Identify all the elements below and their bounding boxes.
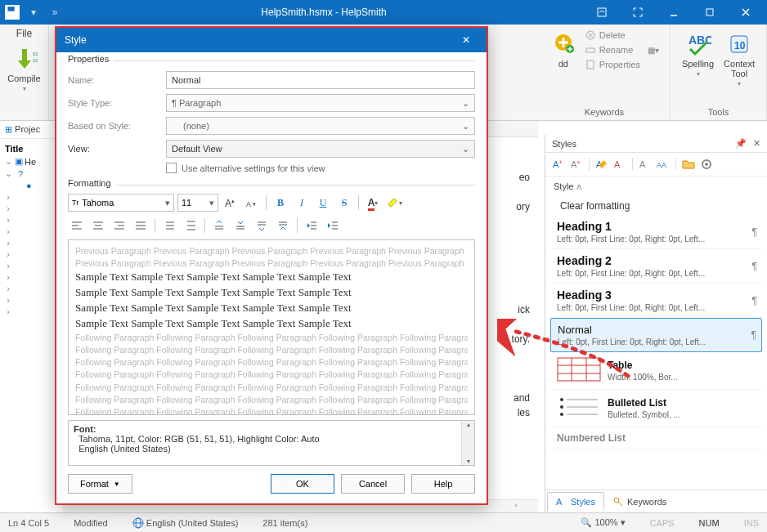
- tree-item[interactable]: ●: [0, 180, 61, 191]
- space-before-dec-icon[interactable]: [231, 217, 249, 235]
- style-item-heading3[interactable]: Heading 3 Left: 0pt, First Line: 0pt, Ri…: [550, 284, 762, 318]
- pin-icon[interactable]: 📌: [735, 138, 747, 149]
- new-style-icon[interactable]: A+: [550, 156, 567, 172]
- fullscreen-icon[interactable]: [620, 0, 656, 25]
- tree-item[interactable]: ›: [0, 283, 61, 294]
- space-after-dec-icon[interactable]: [274, 217, 292, 235]
- clear-formatting[interactable]: Clear formatting: [545, 197, 767, 215]
- style-item-bulleted[interactable]: Bulleted List Bulleted, Symbol, ...: [550, 390, 762, 427]
- strikethrough-button[interactable]: S: [335, 194, 353, 212]
- style-type-select[interactable]: ¶ Paragraph⌄: [166, 94, 475, 112]
- style-item-table[interactable]: Table Width: 100%, Bor...: [550, 352, 762, 390]
- dialog-title-bar[interactable]: Style ✕: [56, 28, 487, 52]
- keywords-menu-icon[interactable]: ▦▾: [648, 46, 659, 55]
- space-before-inc-icon[interactable]: [210, 217, 228, 235]
- italic-button[interactable]: I: [293, 194, 311, 212]
- bold-button[interactable]: B: [271, 194, 289, 212]
- highlight-button[interactable]: ▾: [385, 194, 403, 212]
- style-item-numbered[interactable]: Numbered List: [550, 427, 762, 449]
- edit-style-icon[interactable]: A: [594, 156, 610, 172]
- style-section-label[interactable]: Style ᴧ: [545, 177, 767, 197]
- tree-item[interactable]: ›: [0, 271, 61, 283]
- tree-root[interactable]: ⌄▣ He: [0, 155, 61, 168]
- ok-button[interactable]: OK: [271, 474, 334, 494]
- summary-scrollbar[interactable]: ▴▾: [461, 421, 474, 465]
- compile-button[interactable]: 0110 Compile ▾: [0, 42, 48, 96]
- tree-item[interactable]: ›: [0, 306, 61, 317]
- tab-styles[interactable]: AStyles: [547, 492, 604, 511]
- align-right-icon[interactable]: [110, 217, 128, 235]
- spelling-button[interactable]: ABC Spelling ▾: [677, 28, 719, 91]
- tree-item[interactable]: ›: [0, 226, 61, 237]
- alternative-settings-checkbox[interactable]: Use alternative settings for this view: [166, 163, 475, 173]
- dialog-close-button[interactable]: ✕: [454, 28, 478, 52]
- save-icon[interactable]: [3, 3, 21, 21]
- svg-rect-11: [587, 60, 594, 69]
- style-options-icon[interactable]: A: [612, 156, 628, 172]
- add-keyword-button[interactable]: dd: [545, 28, 581, 72]
- properties-button[interactable]: Properties: [581, 57, 644, 72]
- style-item-heading2[interactable]: Heading 2 Left: 0pt, First Line: 0pt, Ri…: [550, 249, 762, 284]
- space-after-inc-icon[interactable]: [253, 217, 271, 235]
- tree-item[interactable]: ⌄?: [0, 168, 61, 180]
- increase-font-icon[interactable]: A▴: [222, 194, 240, 212]
- close-button[interactable]: [728, 0, 764, 25]
- align-center-icon[interactable]: [89, 217, 107, 235]
- style-item-heading1[interactable]: Heading 1 Left: 0pt, First Line: 0pt, Ri…: [550, 215, 762, 249]
- underline-button[interactable]: U: [314, 194, 332, 212]
- line-spacing-2-icon[interactable]: [182, 217, 200, 235]
- tree-item[interactable]: ›: [0, 260, 61, 271]
- help-button[interactable]: Help: [411, 474, 475, 494]
- status-bar: Ln 4 Col 5 Modified English (United Stat…: [0, 512, 767, 532]
- rename-button[interactable]: Rename: [581, 42, 644, 57]
- line-spacing-1-icon[interactable]: [160, 217, 178, 235]
- style-item-normal[interactable]: Normal Left: 0pt, First Line: 0pt, Right…: [550, 318, 762, 352]
- tree-item[interactable]: ›: [0, 191, 61, 203]
- tree-item[interactable]: ›: [0, 248, 61, 260]
- font-size-select[interactable]: 11▾: [177, 194, 218, 212]
- styles-bottom-tabs: AStyles Keywords: [545, 490, 767, 512]
- style-aa-icon[interactable]: AA: [655, 156, 671, 172]
- decrease-font-icon[interactable]: A▾: [243, 194, 261, 212]
- svg-text:▴: ▴: [231, 198, 235, 203]
- view-select[interactable]: Default View⌄: [166, 140, 475, 158]
- file-tab[interactable]: File 0110 Compile ▾: [0, 25, 49, 120]
- close-icon[interactable]: ✕: [753, 138, 760, 149]
- align-justify-icon[interactable]: [132, 217, 150, 235]
- font-family-select[interactable]: TrTahoma▾: [68, 194, 174, 212]
- zoom-control[interactable]: 🔍 100% ▾: [581, 517, 625, 528]
- tree-item[interactable]: ›: [0, 294, 61, 306]
- increase-indent-icon[interactable]: [324, 217, 342, 235]
- tab-keywords[interactable]: Keywords: [604, 492, 675, 511]
- decrease-indent-icon[interactable]: [303, 217, 321, 235]
- gear-icon[interactable]: [698, 156, 715, 172]
- maximize-button[interactable]: [692, 0, 728, 25]
- minimize-button[interactable]: [656, 0, 692, 25]
- folder-icon[interactable]: [680, 156, 697, 172]
- font-color-button[interactable]: A ▾: [364, 194, 382, 212]
- svg-rect-4: [706, 9, 713, 16]
- tree-item[interactable]: ›: [0, 214, 61, 226]
- project-panel-header: ⊞ Projec: [0, 121, 61, 139]
- align-left-icon[interactable]: [68, 217, 86, 235]
- name-input[interactable]: Normal: [166, 71, 475, 89]
- format-dropdown[interactable]: Format▼: [68, 474, 132, 494]
- language-status[interactable]: English (United States): [132, 517, 239, 529]
- delete-style-icon[interactable]: A×: [568, 156, 585, 172]
- qa-more-icon[interactable]: »: [46, 3, 64, 21]
- svg-text:A: A: [556, 497, 563, 507]
- tree-item[interactable]: ›: [0, 203, 61, 214]
- qa-dropdown-icon[interactable]: ▾: [25, 3, 43, 21]
- style-a-icon[interactable]: A: [637, 156, 653, 172]
- delete-button[interactable]: Delete: [581, 28, 644, 42]
- svg-text:AA: AA: [657, 161, 666, 169]
- context-tool-button[interactable]: 10 Context Tool ▾: [719, 28, 760, 91]
- chevron-down-icon: ⌄: [462, 144, 469, 154]
- tree-item[interactable]: ›: [0, 237, 61, 248]
- formatting-toolbar: TrTahoma▾ 11▾ A▴ A▾ B I U S A ▾ ▾: [68, 189, 475, 217]
- based-on-label: Based on Style:: [68, 121, 158, 131]
- based-on-select[interactable]: (none)⌄: [166, 117, 475, 135]
- keywords-group: dd Delete Rename Properties ▦▾ Keywords: [539, 25, 671, 120]
- cancel-button[interactable]: Cancel: [341, 474, 405, 494]
- ribbon-toggle-icon[interactable]: [584, 0, 620, 25]
